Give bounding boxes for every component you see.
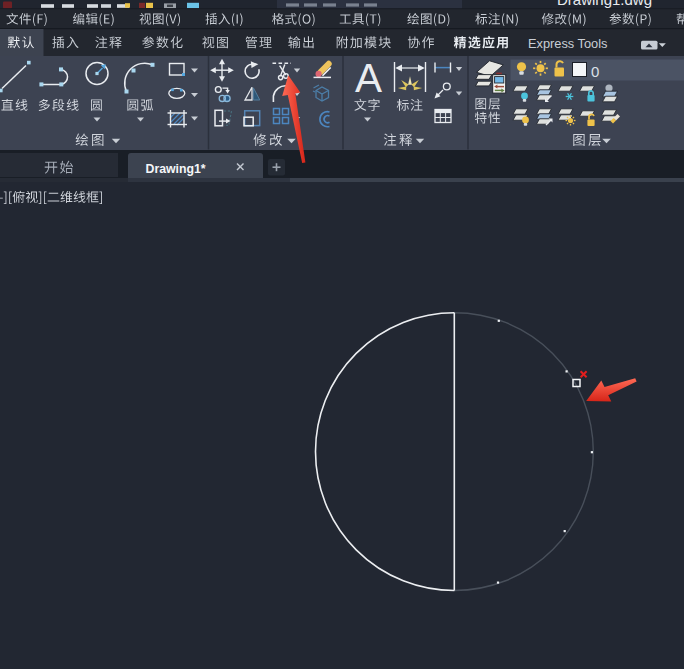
svg-text:0: 0 bbox=[591, 63, 599, 80]
svg-text:A: A bbox=[355, 55, 382, 101]
svg-text:Drawing1*: Drawing1* bbox=[146, 162, 206, 176]
svg-text:Drawing1.dwg: Drawing1.dwg bbox=[557, 0, 652, 8]
svg-text:Express Tools: Express Tools bbox=[528, 36, 607, 51]
